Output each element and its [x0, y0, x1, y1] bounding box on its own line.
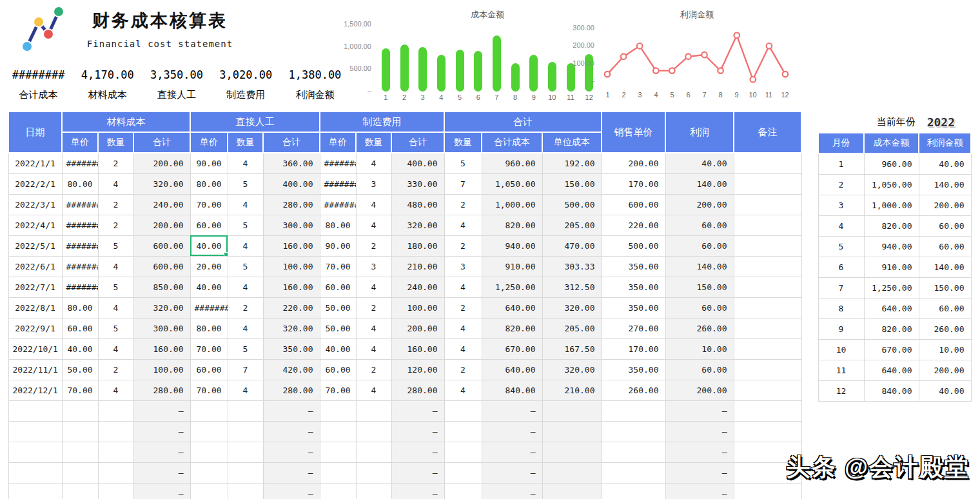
cell[interactable]: 2: [98, 215, 133, 235]
cell[interactable]: 9: [818, 318, 864, 339]
cell[interactable]: 60.00: [320, 277, 356, 297]
cell[interactable]: –: [263, 442, 320, 462]
cell[interactable]: 60.00: [665, 215, 734, 235]
cell[interactable]: 2022/11/1: [8, 359, 62, 380]
cell[interactable]: 20.00: [190, 256, 228, 277]
cell[interactable]: [602, 483, 665, 499]
cell[interactable]: [444, 483, 482, 499]
cell[interactable]: 2022/1/1: [8, 153, 62, 173]
cell[interactable]: 4: [356, 318, 391, 338]
cell[interactable]: 60.00: [665, 297, 734, 318]
cell[interactable]: [356, 442, 391, 462]
cell[interactable]: 960.00: [864, 153, 919, 174]
cell[interactable]: [228, 483, 263, 499]
cell[interactable]: 320.00: [133, 173, 190, 194]
cell[interactable]: 140.00: [665, 256, 734, 277]
cell[interactable]: [190, 421, 228, 442]
cell[interactable]: 200.00: [133, 215, 190, 235]
cell[interactable]: 4: [356, 194, 391, 215]
col-header-remark[interactable]: 备注: [734, 112, 801, 153]
cell[interactable]: 100.00: [263, 256, 320, 277]
cell[interactable]: #######: [62, 277, 98, 297]
cell[interactable]: 70.00: [320, 256, 356, 277]
cell[interactable]: 940.00: [482, 235, 542, 256]
cell[interactable]: 4: [356, 277, 391, 297]
cell[interactable]: #######: [190, 297, 228, 318]
cell[interactable]: 300.00: [263, 215, 320, 235]
sub-header[interactable]: 数量: [356, 132, 391, 153]
cell[interactable]: 320.00: [391, 215, 444, 235]
cell[interactable]: [228, 421, 263, 442]
cell[interactable]: [356, 483, 391, 499]
cell[interactable]: [98, 400, 133, 421]
cell[interactable]: 167.50: [542, 338, 602, 359]
cell[interactable]: 60.00: [320, 359, 356, 380]
cell[interactable]: [98, 483, 133, 499]
cell[interactable]: 2022/9/1: [8, 318, 62, 338]
cell[interactable]: 100.00: [133, 359, 190, 380]
cell[interactable]: –: [391, 400, 444, 421]
cell[interactable]: 70.00: [320, 380, 356, 400]
cell[interactable]: [734, 256, 801, 277]
cell[interactable]: 4: [228, 235, 263, 256]
sub-header[interactable]: 合计: [133, 132, 190, 153]
cell[interactable]: [356, 421, 391, 442]
cell[interactable]: 200.00: [133, 153, 190, 173]
cell[interactable]: 820.00: [482, 215, 542, 235]
cell[interactable]: [320, 442, 356, 462]
cell[interactable]: [62, 400, 98, 421]
cell[interactable]: –: [263, 462, 320, 483]
col-header-material-cost[interactable]: 材料成本: [62, 112, 190, 132]
cell[interactable]: 5: [98, 277, 133, 297]
cell[interactable]: –: [665, 483, 734, 499]
cell[interactable]: 12: [818, 380, 864, 401]
cell[interactable]: 840.00: [864, 380, 919, 401]
cell[interactable]: –: [133, 442, 190, 462]
cell[interactable]: 4: [818, 215, 864, 236]
cell[interactable]: [320, 462, 356, 483]
current-year-value[interactable]: 2022: [927, 115, 955, 129]
cell[interactable]: 3: [818, 195, 864, 215]
cell[interactable]: 4: [228, 318, 263, 338]
cell[interactable]: [444, 442, 482, 462]
cell[interactable]: [444, 400, 482, 421]
col-header-total[interactable]: 合计: [444, 112, 602, 132]
cell[interactable]: 350.00: [602, 256, 665, 277]
cell[interactable]: [734, 380, 801, 400]
cell[interactable]: 1,250.00: [864, 277, 919, 298]
cell[interactable]: –: [665, 462, 734, 483]
cell[interactable]: 2: [98, 359, 133, 380]
cell[interactable]: 5: [228, 173, 263, 194]
cell[interactable]: 280.00: [263, 194, 320, 215]
cell[interactable]: 640.00: [482, 297, 542, 318]
col-header-date[interactable]: 日期: [8, 112, 62, 153]
cell[interactable]: [734, 153, 801, 173]
cell[interactable]: 10.00: [919, 339, 971, 360]
cell[interactable]: 2: [444, 359, 482, 380]
cell[interactable]: 500.00: [542, 194, 602, 215]
cell[interactable]: 270.00: [602, 318, 665, 338]
col-header-direct-labor[interactable]: 直接人工: [190, 112, 320, 132]
cell[interactable]: 312.50: [542, 277, 602, 297]
cell[interactable]: 70.00: [190, 338, 228, 359]
cell[interactable]: 360.00: [263, 153, 320, 173]
cell[interactable]: [734, 359, 801, 380]
cell[interactable]: 60.00: [190, 215, 228, 235]
sub-header[interactable]: 单位成本: [542, 132, 602, 153]
cell[interactable]: 480.00: [391, 194, 444, 215]
cell[interactable]: [62, 483, 98, 499]
cell[interactable]: 60.00: [190, 359, 228, 380]
cell[interactable]: [8, 462, 62, 483]
cell[interactable]: 70.00: [62, 380, 98, 400]
cell[interactable]: [542, 421, 602, 442]
cell[interactable]: #######: [62, 215, 98, 235]
cell[interactable]: 640.00: [482, 359, 542, 380]
cell[interactable]: [734, 318, 801, 338]
cell[interactable]: 140.00: [919, 257, 971, 277]
cell[interactable]: 4: [98, 256, 133, 277]
cell[interactable]: 280.00: [133, 380, 190, 400]
cell[interactable]: 820.00: [864, 318, 919, 339]
cell[interactable]: 2022/12/1: [8, 380, 62, 400]
cell[interactable]: –: [263, 400, 320, 421]
cell[interactable]: 7: [228, 359, 263, 380]
